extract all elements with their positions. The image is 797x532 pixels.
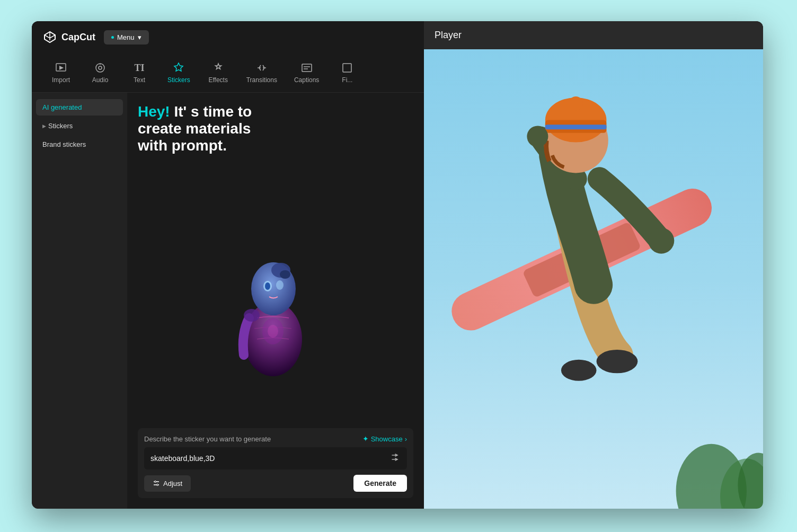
menu-label: Menu <box>117 33 135 41</box>
fi-label: Fi... <box>342 76 352 84</box>
showcase-label: Showcase <box>371 435 403 443</box>
adjust-button[interactable]: Adjust <box>144 475 191 492</box>
capcut-logo-icon <box>42 30 57 45</box>
effects-icon <box>212 61 225 74</box>
fi-icon <box>341 61 353 74</box>
player-header: Player <box>424 21 763 49</box>
toolbar-item-fi[interactable]: Fi... <box>329 57 366 88</box>
transitions-icon <box>255 61 268 74</box>
effects-label: Effects <box>208 76 227 84</box>
sidebar-item-ai-generated[interactable]: AI generated <box>36 99 123 116</box>
input-label: Describe the sticker you want to generat… <box>144 435 271 443</box>
sidebar-item-stickers[interactable]: Stickers <box>36 118 123 134</box>
generate-button[interactable]: Generate <box>353 475 407 492</box>
toolbar-item-effects[interactable]: Effects <box>200 57 237 88</box>
import-label: Import <box>52 76 70 84</box>
promo-text: Hey! It' s time tocreate materialswith p… <box>138 103 413 154</box>
input-area: Describe the sticker you want to generat… <box>138 428 413 498</box>
menu-button[interactable]: Menu ▾ <box>104 30 149 45</box>
svg-point-36 <box>648 228 674 254</box>
editor-header: CapCut Menu ▾ <box>32 21 424 53</box>
transitions-label: Transitions <box>246 76 277 84</box>
robot-figure <box>217 217 334 376</box>
shuffle-button[interactable] <box>391 453 401 464</box>
menu-chevron-icon: ▾ <box>138 33 141 41</box>
showcase-sparkle-icon: ✦ <box>362 435 369 443</box>
toolbar-item-transitions[interactable]: Transitions <box>239 57 285 88</box>
captions-label: Captions <box>294 76 319 84</box>
player-title: Player <box>435 30 462 40</box>
svg-point-16 <box>276 280 284 290</box>
promo-hey: Hey! <box>138 103 170 120</box>
svg-point-39 <box>561 360 597 381</box>
robot-image-area <box>138 165 413 428</box>
content-area: AI generated Stickers Brand stickers Hey… <box>32 93 424 509</box>
adjust-label: Adjust <box>163 480 182 487</box>
text-icon: TI <box>133 61 146 74</box>
toolbar-item-stickers[interactable]: Stickers <box>160 57 198 88</box>
audio-icon <box>94 61 107 74</box>
player-image <box>424 49 763 509</box>
stickers-label: Stickers <box>167 76 190 84</box>
input-label-row: Describe the sticker you want to generat… <box>144 435 407 443</box>
svg-point-23 <box>157 484 158 486</box>
text-label: Text <box>134 76 145 84</box>
showcase-arrow-icon: › <box>405 435 407 443</box>
toolbar: Import Audio TI Text <box>32 53 424 93</box>
svg-point-19 <box>244 309 260 322</box>
svg-rect-34 <box>545 125 607 129</box>
stickers-icon <box>172 61 185 74</box>
toolbar-item-captions[interactable]: Captions <box>287 57 326 88</box>
toolbar-item-import[interactable]: Import <box>42 57 79 88</box>
svg-point-15 <box>265 282 270 290</box>
editor-panel: CapCut Menu ▾ Import <box>32 21 424 509</box>
svg-rect-5 <box>302 64 312 72</box>
captions-icon <box>300 61 313 74</box>
svg-point-13 <box>280 270 290 279</box>
svg-rect-8 <box>343 64 351 72</box>
svg-point-22 <box>155 481 156 483</box>
import-icon <box>55 61 67 74</box>
menu-dot <box>111 36 114 39</box>
logo-area: CapCut <box>42 30 95 45</box>
svg-point-38 <box>597 350 638 373</box>
snowboard-scene <box>424 49 763 509</box>
sidebar-item-brand-stickers[interactable]: Brand stickers <box>36 136 123 153</box>
showcase-link[interactable]: ✦ Showcase › <box>362 435 407 443</box>
toolbar-item-audio[interactable]: Audio <box>82 57 119 88</box>
svg-point-18 <box>268 325 278 338</box>
svg-point-2 <box>96 64 104 72</box>
action-row: Adjust Generate <box>144 475 407 492</box>
svg-point-3 <box>99 66 102 69</box>
toolbar-item-text[interactable]: TI Text <box>121 57 158 88</box>
sidebar: AI generated Stickers Brand stickers <box>32 93 127 509</box>
sticker-description-input[interactable] <box>150 454 391 463</box>
audio-label: Audio <box>92 76 109 84</box>
svg-marker-1 <box>59 66 64 70</box>
generate-label: Generate <box>364 479 396 487</box>
text-input-row <box>144 447 407 469</box>
player-panel: Player <box>424 21 763 509</box>
svg-point-35 <box>569 96 583 111</box>
logo-text: CapCut <box>61 32 95 43</box>
main-content: Hey! It' s time tocreate materialswith p… <box>127 93 424 509</box>
svg-point-37 <box>527 126 548 147</box>
main-container: CapCut Menu ▾ Import <box>32 21 763 509</box>
